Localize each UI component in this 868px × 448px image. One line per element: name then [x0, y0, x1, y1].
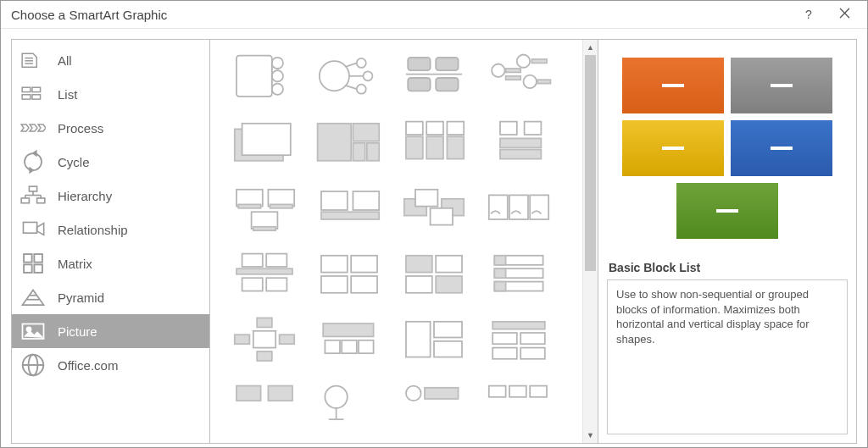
svg-point-37 — [357, 85, 366, 94]
svg-rect-84 — [530, 196, 548, 220]
category-officecom[interactable]: Office.com — [12, 348, 209, 382]
smartart-thumb[interactable] — [312, 314, 387, 367]
category-label: List — [58, 87, 201, 102]
smartart-thumb[interactable] — [227, 50, 302, 102]
smartart-thumb[interactable] — [312, 116, 387, 169]
svg-rect-17 — [23, 223, 36, 234]
smartart-thumb[interactable] — [397, 380, 471, 433]
svg-rect-115 — [434, 341, 462, 357]
gallery-scrollbar[interactable]: ▲ ▼ — [582, 40, 598, 443]
category-process[interactable]: Process — [12, 111, 209, 145]
smartart-thumb[interactable] — [481, 50, 556, 102]
svg-point-48 — [523, 75, 536, 88]
gallery-grid — [210, 40, 598, 443]
category-label: Process — [58, 121, 201, 136]
smartart-thumb[interactable] — [481, 116, 556, 169]
svg-rect-97 — [436, 276, 462, 293]
svg-rect-96 — [406, 276, 432, 293]
svg-rect-128 — [489, 386, 506, 397]
category-label: Hierarchy — [58, 189, 201, 203]
category-hierarchy[interactable]: Hierarchy — [12, 179, 209, 213]
category-relationship[interactable]: Relationship — [12, 213, 209, 246]
svg-rect-118 — [520, 333, 545, 344]
svg-rect-87 — [236, 268, 292, 274]
smartart-thumb[interactable] — [481, 248, 556, 301]
category-label: Relationship — [58, 223, 201, 237]
smartart-thumb[interactable] — [312, 380, 387, 433]
smartart-thumb[interactable] — [227, 380, 302, 433]
svg-rect-129 — [509, 386, 526, 397]
svg-rect-75 — [321, 191, 348, 210]
smartart-thumb[interactable] — [312, 50, 387, 102]
svg-rect-11 — [21, 198, 29, 203]
scroll-track[interactable] — [583, 55, 598, 428]
category-picture[interactable]: Picture — [12, 314, 209, 348]
category-label: Pyramid — [58, 290, 201, 305]
smartart-thumb[interactable] — [397, 314, 471, 367]
preview-blocks — [622, 58, 832, 239]
smartart-thumb[interactable] — [227, 248, 302, 301]
svg-rect-82 — [489, 196, 508, 220]
preview-block — [731, 58, 832, 113]
svg-rect-74 — [253, 227, 275, 230]
scroll-down-button[interactable]: ▼ — [583, 428, 598, 443]
close-button[interactable] — [826, 1, 862, 28]
gallery-panel: ▲ ▼ — [209, 39, 598, 444]
category-matrix[interactable]: Matrix — [12, 246, 209, 280]
svg-rect-90 — [321, 256, 348, 273]
svg-point-126 — [406, 386, 421, 401]
help-button[interactable]: ? — [791, 1, 826, 28]
svg-rect-66 — [525, 122, 542, 135]
svg-rect-52 — [537, 80, 550, 83]
scroll-thumb[interactable] — [585, 55, 596, 271]
preview-block — [622, 58, 724, 113]
scroll-up-button[interactable]: ▲ — [583, 40, 598, 55]
smartart-thumb[interactable] — [481, 380, 556, 433]
smartart-thumb[interactable] — [481, 182, 556, 235]
smartart-thumb[interactable] — [481, 314, 556, 367]
svg-rect-49 — [506, 69, 521, 72]
smartart-thumb[interactable] — [227, 116, 302, 169]
smartart-thumb[interactable] — [397, 248, 471, 301]
list-icon — [20, 85, 46, 103]
category-label: Matrix — [58, 257, 201, 271]
smartart-thumb[interactable] — [397, 182, 471, 235]
category-all[interactable]: All — [12, 43, 209, 77]
svg-rect-122 — [268, 386, 292, 401]
smartart-thumb[interactable] — [312, 248, 387, 301]
smartart-thumb[interactable] — [397, 116, 471, 169]
category-cycle[interactable]: Cycle — [12, 145, 209, 179]
svg-rect-114 — [434, 322, 462, 338]
svg-rect-60 — [406, 136, 423, 158]
svg-line-39 — [346, 64, 357, 67]
smartart-thumb[interactable] — [227, 314, 302, 367]
smartart-thumb[interactable] — [397, 50, 471, 102]
svg-rect-86 — [266, 254, 287, 267]
main-row: All List Process — [1, 29, 867, 448]
svg-point-9 — [25, 153, 42, 170]
svg-rect-104 — [253, 331, 275, 348]
svg-rect-59 — [406, 122, 423, 135]
smartart-thumb[interactable] — [312, 182, 387, 235]
category-label: Office.com — [58, 358, 201, 373]
svg-rect-5 — [22, 87, 31, 91]
svg-rect-107 — [257, 318, 272, 328]
svg-rect-110 — [325, 340, 340, 353]
svg-rect-61 — [426, 122, 443, 135]
description-panel: Basic Block List Use to show non-sequent… — [598, 39, 857, 444]
svg-rect-56 — [353, 124, 379, 141]
svg-rect-65 — [500, 122, 517, 135]
matrix-icon — [20, 254, 46, 273]
svg-rect-57 — [353, 143, 364, 161]
svg-rect-111 — [342, 340, 357, 353]
cycle-icon — [20, 152, 46, 171]
category-pyramid[interactable]: Pyramid — [12, 280, 209, 314]
smartart-thumb[interactable] — [227, 182, 302, 235]
svg-rect-88 — [242, 278, 263, 290]
svg-point-47 — [517, 55, 530, 68]
gallery-scroll — [210, 40, 598, 443]
svg-rect-68 — [500, 150, 541, 159]
svg-rect-6 — [32, 87, 41, 91]
help-icon: ? — [805, 8, 812, 21]
category-list[interactable]: List — [12, 77, 209, 111]
